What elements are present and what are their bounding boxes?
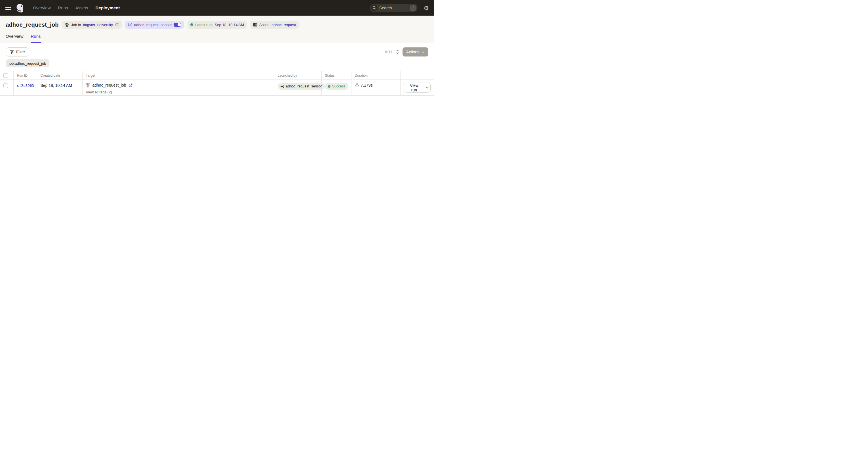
asset-badge-label: Asset: [259,23,270,27]
tab-overview[interactable]: Overview [6,34,24,43]
asset-icon [253,23,257,27]
column-header-run-id: Run ID [13,71,37,80]
view-all-tags-link[interactable]: View all tags (2) [86,90,271,94]
refresh-countdown: 0:11 [385,50,392,54]
filter-tag-job[interactable]: job:adhoc_request_job [6,59,49,67]
column-header-created-date: Created date [37,71,82,80]
filter-button[interactable]: Filter [6,48,29,57]
actions-button-label: Actions [406,50,419,54]
sensor-toggle[interactable] [174,23,181,27]
status-dot-icon [328,85,331,88]
actions-button[interactable]: Actions [403,48,428,57]
view-run-dropdown-button[interactable] [424,83,430,92]
target-job-name[interactable]: adhoc_request_job [92,83,126,87]
gear-icon[interactable]: ⚙ [424,5,429,11]
filter-button-label: Filter [16,50,25,54]
search-input[interactable] [379,6,408,10]
code-location-link[interactable]: dagster_university [83,23,113,27]
page-header: adhoc_request_job Job in dagster_univers… [0,16,434,43]
external-link-icon[interactable] [128,83,133,87]
top-navigation: Overview Runs Assets Deployment / ⚙ [0,0,434,16]
job-badge: Job in dagster_university [62,21,122,29]
chevron-down-icon [426,86,429,89]
sensor-badge: adhoc_request_sensor [125,21,184,29]
tab-runs[interactable]: Runs [31,34,41,43]
view-run-button[interactable]: View run [404,83,424,92]
asset-badge: Asset: adhoc_request [250,21,299,29]
page-title: adhoc_request_job [6,22,59,28]
filter-icon [10,50,14,54]
latest-run-link[interactable]: Sep 18, 10:14 AM [215,23,244,27]
search-icon [371,4,377,11]
chevron-down-icon [422,51,425,54]
refresh-icon[interactable] [115,23,119,27]
latest-run-badge: Latest run: Sep 18, 10:14 AM [187,21,247,29]
nav-item-overview[interactable]: Overview [33,5,51,10]
created-date: Sep 18, 10:14 AM [40,83,72,88]
timer-icon [355,83,359,87]
nav-item-deployment[interactable]: Deployment [96,5,120,10]
view-run-split-button: View run [404,83,431,92]
job-icon [65,23,69,27]
select-all-checkbox[interactable] [3,73,8,78]
sensor-name[interactable]: adhoc_request_sensor [134,23,172,27]
table-row: cf2c8963 Sep 18, 10:14 AM adhoc_request_… [0,80,434,96]
column-header-launched-by: Launched by [274,71,321,80]
sensor-icon [281,85,284,88]
launched-by-name: adhoc_request_sensor [286,84,322,88]
menu-icon[interactable] [5,6,11,10]
primary-nav: Overview Runs Assets Deployment [33,5,120,10]
nav-item-runs[interactable]: Runs [58,5,68,10]
dagster-logo [15,3,25,13]
slash-shortcut-badge: / [410,5,416,11]
launched-by-tag[interactable]: adhoc_request_sensor [278,83,325,90]
job-badge-prefix: Job in [71,23,81,27]
column-header-target: Target [82,71,274,80]
sensor-icon [128,23,132,27]
table-header-row: Run ID Created date Target Launched by S… [0,71,434,80]
latest-run-label: Latest run: [195,23,213,27]
job-icon [86,83,90,87]
run-duration: 7.179s [355,83,373,87]
run-id-link[interactable]: cf2c8963 [17,83,34,88]
status-dot-icon [190,23,193,26]
runs-table: Run ID Created date Target Launched by S… [0,71,434,96]
nav-item-assets[interactable]: Assets [75,5,88,10]
row-checkbox[interactable] [3,83,8,88]
status-badge: Success [325,83,348,90]
tab-bar: Overview Runs [6,34,428,43]
asset-link[interactable]: adhoc_request [272,23,296,27]
status-label: Success [332,84,345,88]
column-header-duration: Duration [351,71,400,80]
active-filters: job:adhoc_request_job [0,57,434,71]
runs-toolbar: Filter 0:11 Actions [0,43,434,57]
global-search[interactable]: / [370,4,417,12]
column-header-status: Status [321,71,351,80]
refresh-icon[interactable] [395,50,400,54]
duration-value: 7.179s [361,83,373,87]
